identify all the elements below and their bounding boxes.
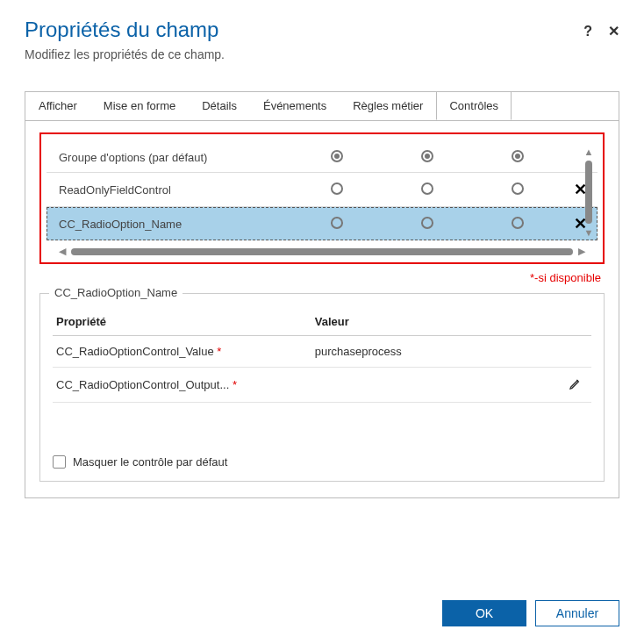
radio-tablet[interactable]	[512, 150, 524, 162]
scroll-thumb[interactable]	[585, 161, 592, 224]
close-icon[interactable]: ✕	[608, 23, 619, 39]
ok-button[interactable]: OK	[442, 600, 526, 626]
vertical-scrollbar[interactable]: ▲ ▼	[583, 147, 594, 238]
tab-regles-metier[interactable]: Règles métier	[340, 91, 436, 120]
radio-phone[interactable]	[421, 150, 433, 162]
control-label: ReadOnlyFieldControl	[47, 173, 292, 207]
radio-tablet[interactable]	[512, 182, 524, 195]
control-properties-fieldset: CC_RadioOption_Name Propriété Valeur CC_…	[39, 293, 605, 482]
scroll-thumb[interactable]	[71, 248, 573, 255]
required-marker: *	[233, 378, 237, 391]
radio-phone[interactable]	[421, 182, 433, 195]
fieldset-legend: CC_RadioOption_Name	[49, 286, 182, 299]
control-row-default[interactable]: Groupe d'options (par défaut)	[47, 143, 597, 173]
column-value: Valeur	[311, 308, 565, 336]
controls-grid-highlight: Groupe d'options (par défaut) ReadOnlyFi…	[39, 132, 605, 264]
availability-note: *-si disponible	[39, 271, 601, 284]
radio-web[interactable]	[331, 182, 343, 195]
hide-default-checkbox[interactable]	[53, 455, 66, 469]
control-label: CC_RadioOption_Name	[47, 207, 292, 241]
tab-details[interactable]: Détails	[189, 91, 250, 120]
property-name: CC_RadioOptionControl_Value	[56, 345, 214, 358]
properties-table: Propriété Valeur CC_RadioOptionControl_V…	[53, 308, 591, 403]
edit-icon[interactable]	[569, 376, 583, 390]
radio-web[interactable]	[331, 150, 343, 162]
scroll-up-icon[interactable]: ▲	[584, 147, 594, 157]
property-value: purchaseprocess	[311, 336, 565, 368]
radio-tablet[interactable]	[512, 217, 524, 229]
cancel-button[interactable]: Annuler	[535, 600, 619, 626]
tab-controles[interactable]: Contrôles	[436, 91, 512, 120]
required-marker: *	[217, 345, 221, 358]
radio-phone[interactable]	[421, 217, 433, 229]
tab-afficher[interactable]: Afficher	[25, 91, 90, 120]
column-property: Propriété	[53, 308, 311, 336]
dialog-footer: OK Annuler	[442, 600, 619, 626]
controls-table: Groupe d'options (par défaut) ReadOnlyFi…	[47, 143, 597, 240]
control-label: Groupe d'options (par défaut)	[47, 143, 292, 173]
tab-panel: Afficher Mise en forme Détails Événement…	[25, 91, 619, 498]
scroll-down-icon[interactable]: ▼	[584, 227, 594, 238]
dialog-title: Propriétés du champ	[25, 18, 225, 42]
hide-default-label: Masquer le contrôle par défaut	[73, 455, 227, 469]
dialog-subtitle: Modifiez les propriétés de ce champ.	[25, 47, 225, 61]
control-row-readonly[interactable]: ReadOnlyFieldControl ✕	[47, 173, 597, 207]
property-row[interactable]: CC_RadioOptionControl_Value * purchasepr…	[53, 336, 591, 368]
tab-bar: Afficher Mise en forme Détails Événement…	[25, 91, 619, 121]
tab-mise-en-forme[interactable]: Mise en forme	[90, 91, 189, 120]
control-row-cc-radio[interactable]: CC_RadioOption_Name ✕	[47, 207, 597, 241]
property-row[interactable]: CC_RadioOptionControl_Output... *	[53, 368, 591, 403]
help-icon[interactable]: ?	[583, 24, 592, 39]
horizontal-scrollbar[interactable]: ◀ ▶	[47, 246, 597, 257]
property-value	[311, 368, 565, 403]
radio-web[interactable]	[331, 217, 343, 229]
scroll-right-icon[interactable]: ▶	[578, 246, 585, 257]
property-name: CC_RadioOptionControl_Output...	[56, 378, 229, 391]
scroll-left-icon[interactable]: ◀	[59, 246, 66, 257]
tab-evenements[interactable]: Événements	[250, 91, 340, 120]
